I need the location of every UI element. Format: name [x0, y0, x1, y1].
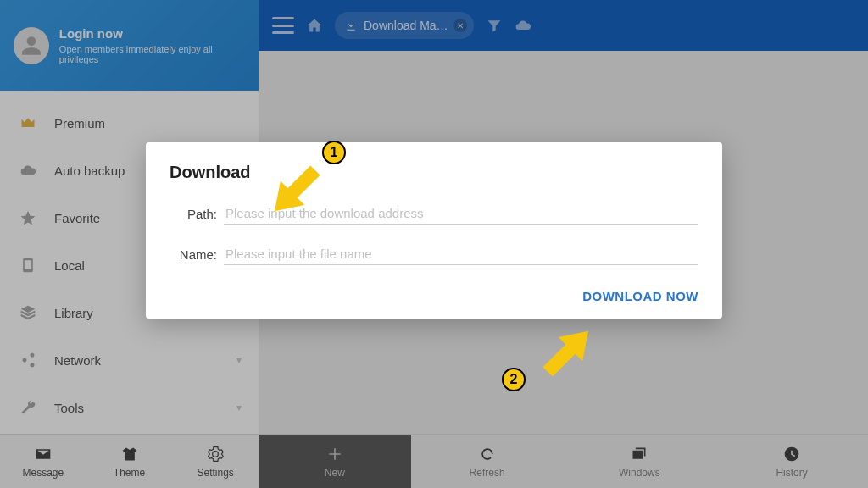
path-input[interactable]: [224, 202, 698, 225]
name-label: Name:: [170, 247, 217, 265]
name-input[interactable]: [224, 243, 698, 265]
path-label: Path:: [170, 207, 217, 225]
dialog-title: Download: [170, 163, 698, 182]
download-dialog: Download Path: Name: DOWNLOAD NOW: [146, 142, 722, 319]
download-now-button[interactable]: DOWNLOAD NOW: [582, 289, 698, 303]
